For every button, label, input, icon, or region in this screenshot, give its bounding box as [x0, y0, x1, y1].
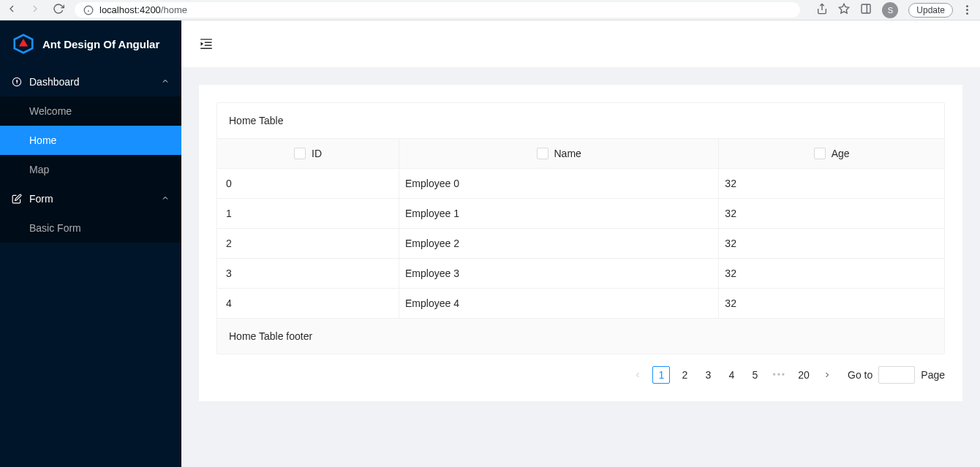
table-footer: Home Table footer	[217, 319, 944, 354]
pagination: 12345 ••• 20 Go to Page	[216, 354, 945, 384]
sidebar-item-basic-form[interactable]: Basic Form	[0, 213, 181, 243]
column-label: Name	[554, 148, 581, 159]
sidebar: Ant Design Of Angular Dashboard Welcome …	[0, 20, 181, 467]
sidebar-group-form[interactable]: Form	[0, 184, 181, 213]
column-checkbox[interactable]	[537, 148, 549, 159]
pagination-prev[interactable]	[629, 366, 647, 384]
column-checkbox[interactable]	[814, 148, 826, 159]
reload-button[interactable]	[53, 3, 64, 17]
sidebar-item-map[interactable]: Map	[0, 155, 181, 184]
profile-avatar[interactable]: S	[882, 2, 898, 18]
update-button[interactable]: Update	[908, 3, 953, 18]
sidebar-item-label: Map	[29, 164, 49, 175]
back-button[interactable]	[6, 3, 18, 17]
cell-id: 0	[217, 169, 399, 199]
data-table: ID Name	[217, 138, 944, 319]
sidebar-item-label: Welcome	[29, 105, 72, 117]
topbar	[181, 20, 980, 67]
cell-age: 32	[719, 169, 944, 199]
cell-age: 32	[719, 289, 944, 319]
table-header-row: ID Name	[217, 139, 944, 169]
chevron-up-icon	[161, 193, 170, 205]
pagination-page[interactable]: 1	[652, 366, 670, 384]
browser-nav-controls	[6, 3, 64, 17]
cell-id: 2	[217, 229, 399, 259]
bookmark-icon[interactable]	[838, 3, 850, 17]
table-row[interactable]: 0Employee 032	[217, 169, 944, 199]
url-text: localhost:4200/home	[99, 4, 187, 15]
column-header-age[interactable]: Age	[719, 139, 944, 169]
pagination-goto: Go to Page	[848, 366, 945, 384]
cell-name: Employee 3	[399, 259, 719, 289]
cell-id: 4	[217, 289, 399, 319]
sidebar-group-dashboard[interactable]: Dashboard	[0, 67, 181, 96]
goto-input[interactable]	[878, 366, 915, 384]
table-container: Home Table ID	[216, 102, 945, 354]
cell-name: Employee 2	[399, 229, 719, 259]
column-header-name[interactable]: Name	[399, 139, 719, 169]
cell-name: Employee 4	[399, 289, 719, 319]
column-label: ID	[312, 148, 322, 159]
goto-label: Go to	[848, 369, 872, 381]
sidebar-item-label: Basic Form	[29, 222, 81, 234]
table-row[interactable]: 1Employee 132	[217, 199, 944, 229]
column-checkbox[interactable]	[294, 148, 306, 159]
page-label: Page	[921, 369, 945, 381]
menu-fold-icon[interactable]	[199, 37, 214, 51]
cell-id: 1	[217, 199, 399, 229]
table-title: Home Table	[217, 103, 944, 138]
table-row[interactable]: 3Employee 332	[217, 259, 944, 289]
table-row[interactable]: 2Employee 232	[217, 229, 944, 259]
column-header-id[interactable]: ID	[217, 139, 399, 169]
content-area: Home Table ID	[181, 67, 980, 467]
dashboard-icon	[12, 77, 22, 87]
browser-actions: S Update	[816, 2, 974, 18]
sidebar-group-label: Dashboard	[29, 76, 80, 88]
sidebar-item-home[interactable]: Home	[0, 126, 181, 155]
browser-toolbar: localhost:4200/home S Update	[0, 0, 980, 20]
cell-name: Employee 1	[399, 199, 719, 229]
sidebar-sub-form: Basic Form	[0, 213, 181, 243]
pagination-last-page[interactable]: 20	[795, 366, 813, 384]
sidebar-sub-dashboard: Welcome Home Map	[0, 96, 181, 184]
pagination-page[interactable]: 4	[723, 366, 740, 384]
share-icon[interactable]	[816, 3, 828, 17]
site-info-icon[interactable]	[83, 5, 94, 15]
column-label: Age	[832, 148, 850, 159]
chevron-up-icon	[161, 76, 170, 88]
card: Home Table ID	[199, 85, 962, 401]
pagination-page[interactable]: 2	[676, 366, 693, 384]
svg-marker-8	[19, 39, 28, 47]
cell-name: Employee 0	[399, 169, 719, 199]
forward-button[interactable]	[29, 3, 41, 17]
svg-rect-5	[862, 4, 870, 13]
pagination-next[interactable]	[818, 366, 836, 384]
sidebar-item-welcome[interactable]: Welcome	[0, 96, 181, 126]
pagination-page[interactable]: 5	[746, 366, 764, 384]
logo-area[interactable]: Ant Design Of Angular	[0, 20, 181, 67]
table-row[interactable]: 4Employee 432	[217, 289, 944, 319]
address-bar[interactable]: localhost:4200/home	[75, 2, 800, 18]
pagination-ellipsis[interactable]: •••	[769, 370, 789, 380]
main-panel: Home Table ID	[181, 20, 980, 467]
sidebar-group-label: Form	[29, 193, 53, 205]
form-icon	[12, 194, 22, 204]
logo-text: Ant Design Of Angular	[42, 38, 159, 50]
svg-marker-4	[840, 4, 849, 13]
sidebar-menu: Dashboard Welcome Home Map	[0, 67, 181, 243]
cell-age: 32	[719, 259, 944, 289]
app-root: Ant Design Of Angular Dashboard Welcome …	[0, 20, 980, 467]
logo-icon	[13, 34, 34, 54]
menu-kebab-icon[interactable]	[963, 5, 971, 15]
side-panel-icon[interactable]	[860, 3, 872, 17]
sidebar-item-label: Home	[29, 134, 56, 146]
cell-age: 32	[719, 229, 944, 259]
cell-id: 3	[217, 259, 399, 289]
pagination-page[interactable]: 3	[699, 366, 717, 384]
cell-age: 32	[719, 199, 944, 229]
